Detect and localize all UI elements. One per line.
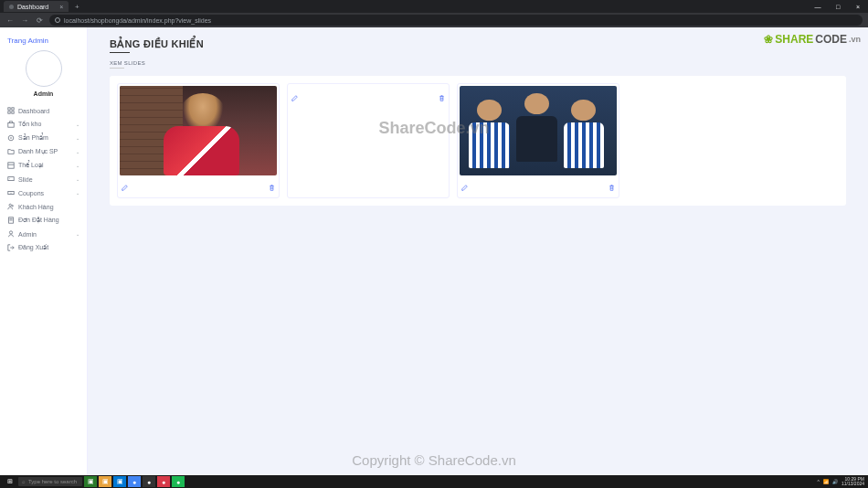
delete-slide-button[interactable]	[439, 89, 445, 105]
nav-admin[interactable]: Admin⌄	[5, 228, 81, 240]
svg-point-10	[9, 178, 10, 179]
leaf-icon: ❀	[764, 33, 773, 46]
volume-icon[interactable]: 🔊	[832, 479, 838, 484]
browser-address-bar: ← → ⟳ localhost/shopbongda/admin/index.p…	[0, 13, 868, 27]
sidebar: Trang Admin Admin Dashboard Tồn kho⌄ Sản…	[0, 27, 88, 475]
svg-point-18	[9, 231, 12, 234]
tab-favicon	[9, 5, 14, 9]
page-title: BẢNG ĐIỀU KHIỂN	[110, 38, 846, 50]
clock-date: 11/13/2024	[842, 482, 864, 487]
window-close-button[interactable]: ×	[852, 4, 864, 10]
taskbar-app[interactable]: ▣	[84, 476, 97, 487]
nav-dashboard[interactable]: Dashboard	[5, 104, 81, 117]
taskbar-app[interactable]: ●	[143, 476, 155, 487]
tab-title: Dashboard	[17, 4, 48, 10]
page-subtitle: XEM SLIDES	[110, 60, 846, 66]
new-tab-button[interactable]: +	[72, 2, 81, 11]
wifi-icon[interactable]: 📶	[823, 479, 829, 484]
browser-tab[interactable]: Dashboard ×	[4, 1, 69, 12]
url-input[interactable]: localhost/shopbongda/admin/index.php?vie…	[49, 15, 863, 26]
title-underline	[110, 52, 130, 53]
nav-back-button[interactable]: ←	[5, 16, 15, 25]
search-icon: ⌕	[22, 479, 26, 484]
nav-customer[interactable]: Khách Hàng	[5, 200, 81, 213]
svg-rect-0	[8, 108, 10, 110]
chevron-down-icon: ⌄	[76, 190, 79, 196]
nav-slide[interactable]: Slide⌄	[5, 173, 81, 186]
chevron-down-icon: ⌄	[76, 135, 79, 141]
slide-card	[117, 83, 280, 198]
edit-slide-button[interactable]	[122, 178, 128, 195]
sidebar-nav: Dashboard Tồn kho⌄ Sản Phẩm⌄ Danh Mục SP…	[5, 104, 81, 254]
slides-panel	[110, 76, 846, 206]
slide-card	[457, 83, 619, 198]
nav-order[interactable]: Đơn Đặt Hàng	[5, 214, 81, 227]
tray-chevron-icon[interactable]: ^	[818, 479, 820, 484]
svg-rect-3	[12, 111, 14, 113]
browser-titlebar: Dashboard × + — □ ×	[0, 0, 868, 13]
taskbar-app[interactable]: ●	[128, 476, 141, 487]
taskbar-app[interactable]: ●	[157, 476, 170, 487]
nav-type[interactable]: Thể Loại⌄	[5, 159, 81, 172]
chevron-down-icon: ⌄	[76, 163, 79, 168]
start-button[interactable]: ⊞	[4, 476, 16, 487]
brand-title: Trang Admin	[5, 37, 81, 45]
chevron-down-icon: ⌄	[76, 176, 79, 182]
slide-image	[120, 86, 277, 175]
sharecode-logo-watermark: ❀ SHARECODE.vn	[764, 33, 861, 46]
nav-inventory[interactable]: Tồn kho⌄	[5, 118, 81, 131]
nav-forward-button[interactable]: →	[20, 16, 29, 25]
edit-slide-button[interactable]	[291, 89, 298, 105]
taskbar-app[interactable]: ▣	[113, 476, 126, 487]
nav-category[interactable]: Danh Mục SP⌄	[5, 145, 81, 158]
taskbar-app[interactable]: ●	[172, 476, 185, 487]
svg-rect-4	[8, 122, 14, 127]
svg-point-6	[10, 137, 12, 139]
nav-logout[interactable]: Đăng Xuất	[5, 241, 81, 254]
svg-point-13	[9, 204, 11, 206]
taskbar-search[interactable]: ⌕ Type here to search	[18, 477, 82, 486]
svg-rect-2	[8, 111, 10, 113]
svg-rect-1	[12, 108, 14, 110]
nav-coupons[interactable]: Coupons⌄	[5, 186, 81, 199]
url-text: localhost/shopbongda/admin/index.php?vie…	[64, 17, 211, 24]
delete-slide-button[interactable]	[609, 178, 615, 195]
system-tray[interactable]: ^ 📶 🔊 10:29 PM 11/13/2024	[818, 477, 864, 487]
svg-point-14	[12, 205, 14, 207]
delete-slide-button[interactable]	[269, 178, 275, 195]
window-minimize-button[interactable]: —	[811, 4, 824, 10]
slide-image	[460, 86, 617, 175]
nav-product[interactable]: Sản Phẩm⌄	[5, 132, 81, 144]
slide-card	[287, 83, 450, 198]
taskbar-app[interactable]: ▣	[99, 476, 111, 487]
user-name: Admin	[5, 90, 81, 97]
windows-taskbar: ⊞ ⌕ Type here to search ▣ ▣ ▣ ● ● ● ● ^ …	[0, 475, 868, 488]
user-avatar[interactable]	[26, 50, 62, 87]
window-maximize-button[interactable]: □	[831, 4, 844, 10]
chevron-down-icon: ⌄	[76, 149, 79, 154]
subtitle-underline	[110, 68, 124, 69]
svg-rect-7	[8, 163, 14, 168]
nav-reload-button[interactable]: ⟳	[35, 16, 44, 25]
app-viewport: Trang Admin Admin Dashboard Tồn kho⌄ Sản…	[0, 27, 868, 475]
edit-slide-button[interactable]	[461, 178, 468, 195]
chevron-down-icon: ⌄	[76, 122, 79, 127]
tab-close-icon[interactable]: ×	[59, 4, 63, 10]
main-content: BẢNG ĐIỀU KHIỂN XEM SLIDES	[88, 27, 868, 475]
site-info-icon[interactable]	[55, 17, 60, 23]
svg-rect-9	[8, 177, 14, 181]
chevron-down-icon: ⌄	[76, 231, 79, 237]
